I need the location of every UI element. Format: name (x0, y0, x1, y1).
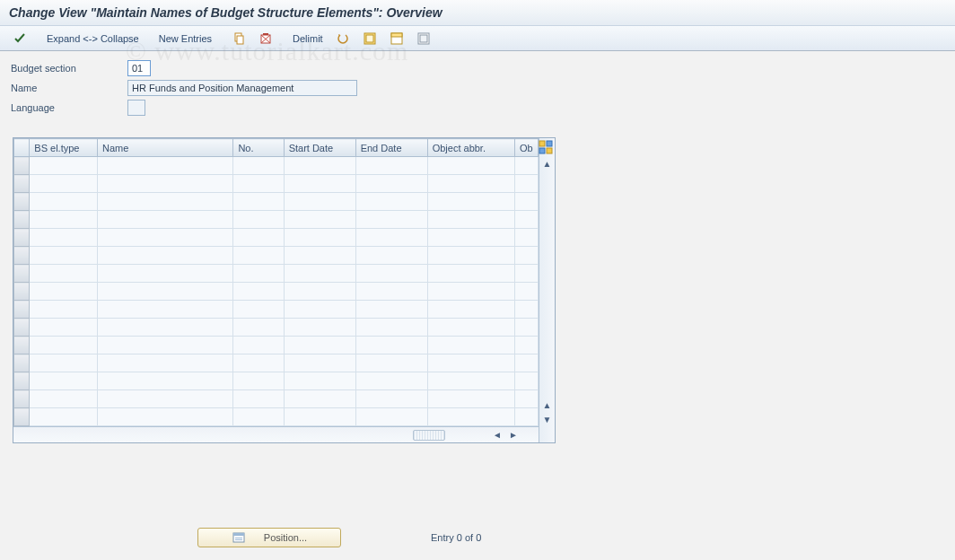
vscroll-up2-icon[interactable]: ▲ (540, 398, 555, 412)
cell-ob[interactable] (515, 157, 539, 175)
row-selector-header[interactable] (14, 139, 30, 157)
cell-name[interactable] (98, 157, 233, 175)
row-selector[interactable] (14, 229, 30, 247)
cell-ob[interactable] (515, 337, 539, 354)
cell-no[interactable] (233, 390, 284, 408)
cell-name[interactable] (98, 390, 233, 408)
cell-start-date[interactable] (284, 354, 355, 372)
row-selector[interactable] (14, 390, 30, 408)
cell-object-abbr[interactable] (427, 193, 514, 211)
cell-bs-el-type[interactable] (30, 408, 98, 426)
cell-ob[interactable] (515, 265, 539, 283)
horizontal-scrollbar[interactable]: ◄ ► (13, 426, 539, 442)
cell-object-abbr[interactable] (427, 175, 514, 193)
cell-bs-el-type[interactable] (30, 265, 98, 283)
cell-bs-el-type[interactable] (30, 247, 98, 265)
cell-start-date[interactable] (284, 319, 355, 337)
cell-start-date[interactable] (284, 175, 355, 193)
deselect-all-icon[interactable] (411, 30, 436, 48)
col-start-date[interactable]: Start Date (284, 139, 355, 157)
table-row[interactable] (14, 408, 539, 426)
cell-end-date[interactable] (355, 337, 427, 354)
table-row[interactable] (14, 319, 539, 337)
cell-start-date[interactable] (284, 301, 355, 319)
position-button[interactable]: Position... (197, 528, 341, 547)
cell-start-date[interactable] (284, 265, 355, 283)
cell-bs-el-type[interactable] (30, 229, 98, 247)
table-row[interactable] (14, 301, 539, 319)
table-row[interactable] (14, 337, 539, 354)
table-row[interactable] (14, 265, 539, 283)
cell-no[interactable] (233, 337, 284, 354)
table-row[interactable] (14, 390, 539, 408)
cell-bs-el-type[interactable] (30, 337, 98, 354)
cell-ob[interactable] (515, 211, 539, 229)
vertical-scrollbar[interactable]: ▲ ▲ ▼ (539, 138, 555, 442)
select-block-icon[interactable] (384, 30, 409, 48)
cell-bs-el-type[interactable] (30, 354, 98, 372)
col-name[interactable]: Name (98, 139, 233, 157)
row-selector[interactable] (14, 175, 30, 193)
cell-bs-el-type[interactable] (30, 390, 98, 408)
cell-name[interactable] (98, 301, 233, 319)
cell-start-date[interactable] (284, 390, 355, 408)
cell-start-date[interactable] (284, 372, 355, 390)
cell-ob[interactable] (515, 247, 539, 265)
cell-name[interactable] (98, 247, 233, 265)
table-row[interactable] (14, 157, 539, 175)
vscroll-down-icon[interactable]: ▼ (540, 412, 555, 426)
col-end-date[interactable]: End Date (355, 139, 427, 157)
row-selector[interactable] (14, 337, 30, 354)
select-all-icon[interactable] (357, 30, 382, 48)
cell-start-date[interactable] (284, 283, 355, 301)
cell-no[interactable] (233, 211, 284, 229)
cell-object-abbr[interactable] (427, 157, 514, 175)
cell-no[interactable] (233, 175, 284, 193)
cell-name[interactable] (98, 265, 233, 283)
cell-ob[interactable] (515, 319, 539, 337)
cell-name[interactable] (98, 372, 233, 390)
row-selector[interactable] (14, 265, 30, 283)
hscroll-left-icon[interactable]: ◄ (490, 428, 504, 442)
cell-start-date[interactable] (284, 408, 355, 426)
row-selector[interactable] (14, 354, 30, 372)
cell-start-date[interactable] (284, 247, 355, 265)
col-no[interactable]: No. (233, 139, 284, 157)
cell-end-date[interactable] (355, 175, 427, 193)
cell-end-date[interactable] (355, 319, 427, 337)
budget-section-field[interactable]: 01 (127, 60, 151, 76)
row-selector[interactable] (14, 408, 30, 426)
table-row[interactable] (14, 193, 539, 211)
cell-start-date[interactable] (284, 157, 355, 175)
cell-name[interactable] (98, 193, 233, 211)
cell-name[interactable] (98, 283, 233, 301)
cell-no[interactable] (233, 265, 284, 283)
cell-end-date[interactable] (355, 229, 427, 247)
table-row[interactable] (14, 283, 539, 301)
expand-collapse-button[interactable]: Expand <-> Collapse (41, 30, 145, 48)
cell-end-date[interactable] (355, 354, 427, 372)
cell-ob[interactable] (515, 390, 539, 408)
cell-object-abbr[interactable] (427, 354, 514, 372)
cell-bs-el-type[interactable] (30, 319, 98, 337)
delimit-button[interactable]: Delimit (287, 30, 329, 48)
cell-end-date[interactable] (355, 390, 427, 408)
row-selector[interactable] (14, 319, 30, 337)
cell-no[interactable] (233, 229, 284, 247)
cell-start-date[interactable] (284, 211, 355, 229)
table-row[interactable] (14, 372, 539, 390)
cell-end-date[interactable] (355, 283, 427, 301)
cell-no[interactable] (233, 301, 284, 319)
row-selector[interactable] (14, 372, 30, 390)
cell-name[interactable] (98, 175, 233, 193)
cell-no[interactable] (233, 247, 284, 265)
col-object-abbr[interactable]: Object abbr. (427, 139, 514, 157)
cell-no[interactable] (233, 157, 284, 175)
hscroll-right-icon[interactable]: ► (506, 428, 521, 442)
cell-ob[interactable] (515, 408, 539, 426)
row-selector[interactable] (14, 211, 30, 229)
cell-bs-el-type[interactable] (30, 193, 98, 211)
cell-object-abbr[interactable] (427, 408, 514, 426)
cell-object-abbr[interactable] (427, 372, 514, 390)
cell-bs-el-type[interactable] (30, 175, 98, 193)
